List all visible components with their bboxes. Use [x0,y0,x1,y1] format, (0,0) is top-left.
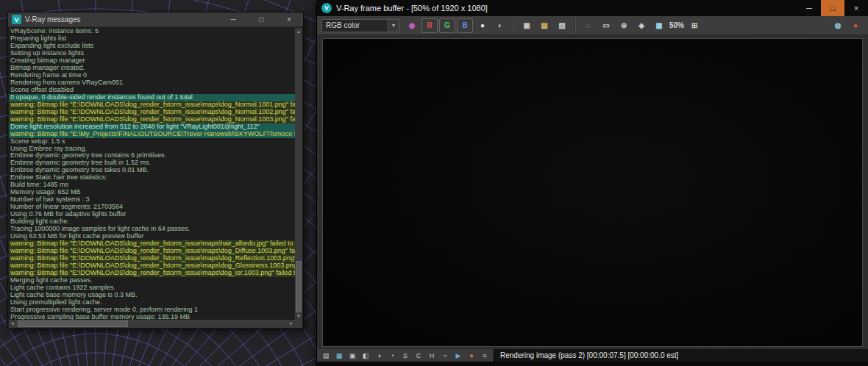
framebuffer-titlebar[interactable]: V V-Ray frame buffer - [50% of 1920 x 10… [317,0,868,16]
copy-clipboard-button[interactable]: ▧ [554,18,570,33]
vertical-scrollbar[interactable]: ▲ ▼ [295,28,302,320]
show-corrections-icon[interactable]: ▤ [320,351,332,361]
track-mouse-button[interactable]: ⊕ [616,18,632,33]
vray-logo-icon: V [12,15,21,24]
close-button[interactable]: × [275,12,303,27]
desktop: V V-Ray messages ─ □ × VRayScene: instan… [0,0,868,366]
view-button-group: ◌▭⊕◈▦50%⊞ [580,18,702,33]
color-balance-icon[interactable]: C [413,351,424,361]
messages-window-title: V-Ray messages [25,15,216,24]
vray-frame-buffer-window: V V-Ray frame buffer - [50% of 1920 x 10… [316,0,868,366]
vray-logo-icon: V [321,3,332,13]
green-channel-button[interactable]: G [439,18,455,33]
window-controls: ─ □ × [219,12,303,27]
horizontal-scrollbar[interactable]: ◄ ► [9,320,295,328]
messages-body: VRayScene: instance items: 5Preparing li… [8,27,303,329]
scrollbar-corner [295,320,302,328]
levels-icon[interactable]: H [426,351,438,361]
pan-button[interactable]: ⊞ [686,18,702,33]
hue-saturation-icon[interactable]: S [399,351,411,361]
scroll-left-icon[interactable]: ◄ [9,320,16,328]
close-button[interactable]: × [844,0,868,16]
exposure-icon[interactable]: ◑ [373,351,385,361]
clamp-colors-icon[interactable]: ▣ [346,351,358,361]
vertical-scroll-thumb[interactable] [296,261,302,312]
messages-titlebar[interactable]: V V-Ray messages ─ □ × [8,12,303,27]
framebuffer-window-title: V-Ray frame buffer - [50% of 1920 x 1080… [336,4,793,12]
channel-select-value: RGB color [326,21,360,29]
correction-icons-strip: ▤▦▣◧◑◔SCH~▶●≡ [317,349,494,362]
window-controls: ─ □ × [797,0,868,16]
chevron-down-icon: ▾ [388,20,399,32]
clear-image-button[interactable]: ◌ [580,18,597,33]
red-channel-button[interactable]: R [421,18,438,33]
toolbar-separator [574,19,576,32]
scroll-down-icon[interactable]: ▼ [295,312,302,320]
framebuffer-toolbar: RGB color ▾ ◉RGB●◐ ▣▤▧ ◌▭⊕◈▦50%⊞ ◍● [317,16,868,35]
maximize-button[interactable]: □ [247,12,275,27]
render-area[interactable] [317,35,868,349]
file-button-group: ▣▤▧ [519,18,570,33]
window-footer [317,362,868,366]
render-image [322,38,863,347]
maximize-button[interactable]: □ [821,0,844,16]
minimize-button[interactable]: ─ [797,0,821,16]
lut-icon[interactable]: ▶ [452,351,464,361]
alpha-channel-button[interactable]: ● [474,18,491,33]
scroll-up-icon[interactable]: ▲ [295,28,302,35]
display-colors-icon[interactable]: ▦ [333,351,345,361]
framebuffer-statusbar: ▤▦▣◧◑◔SCH~▶●≡ Rendering image (pass 2) [… [317,349,868,362]
minimize-button[interactable]: ─ [219,12,247,27]
region-render-button[interactable]: ▭ [598,18,614,33]
save-image-button[interactable]: ▣ [519,18,535,33]
message-log: VRayScene: instance items: 5Preparing li… [9,28,295,320]
log-line[interactable]: Scene setup: 1.5 s [9,138,295,146]
load-image-button[interactable]: ▤ [536,18,552,33]
pixel-info-icon[interactable]: ◧ [360,351,371,361]
right-button-group: ◍● [830,18,864,33]
scroll-right-icon[interactable]: ► [288,320,295,328]
render-progress-text: Rendering image (pass 2) [00:00:07.5] [0… [494,349,868,362]
channel-select[interactable]: RGB color ▾ [321,19,399,32]
horizontal-scroll-thumb[interactable] [18,320,128,327]
ocio-icon[interactable]: ● [466,351,477,361]
log-line[interactable]: Progressive sampling base buffer memory … [9,314,295,320]
zoom-level-button[interactable]: 50% [669,18,685,33]
compare-ab-button[interactable]: ▦ [651,18,667,33]
toolbar-separator [513,19,514,32]
icc-icon[interactable]: ≡ [479,351,491,361]
stamp-button[interactable]: ◈ [633,18,650,33]
curves-icon[interactable]: ~ [439,351,451,361]
channel-button-group: ◉RGB●◐ [404,18,508,33]
lens-effects-button[interactable]: ◍ [830,18,846,33]
vray-messages-window: V V-Ray messages ─ □ × VRayScene: instan… [7,12,304,329]
vfb-settings-button[interactable]: ● [847,18,864,33]
white-balance-icon[interactable]: ◔ [386,351,398,361]
monochrome-button[interactable]: ◐ [492,18,508,33]
blue-channel-button[interactable]: B [457,18,473,33]
color-wheel-icon[interactable]: ◉ [404,18,420,33]
